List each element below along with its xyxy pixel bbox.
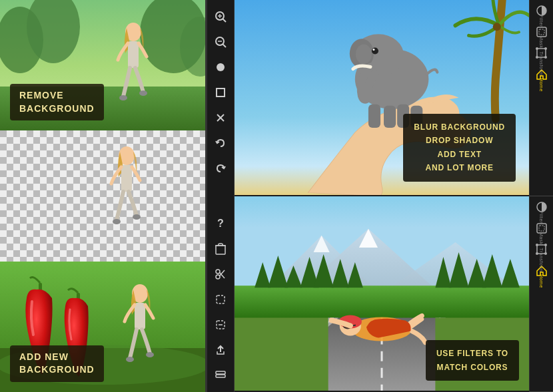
help-button[interactable]: ? [209, 212, 232, 235]
svg-point-63 [372, 47, 378, 54]
svg-rect-52 [216, 375, 225, 377]
right-sidebar-bottom: Filter Mask Transform Home [530, 196, 553, 393]
svg-point-64 [372, 49, 374, 51]
svg-rect-90 [235, 317, 328, 391]
svg-rect-106 [537, 224, 546, 233]
svg-rect-7 [128, 41, 139, 68]
right-sidebar-top: Filter Mask Transform Home [530, 0, 553, 196]
filter-icon-top[interactable]: Filter [532, 4, 552, 24]
svg-point-109 [536, 244, 538, 246]
transparent-background-panel [0, 130, 205, 261]
svg-point-27 [146, 352, 154, 357]
svg-point-110 [544, 244, 547, 246]
zoom-in-button[interactable] [209, 5, 232, 28]
mask-icon-top[interactable]: Mask [532, 25, 552, 45]
zoom-out-button[interactable] [209, 31, 232, 53]
svg-rect-60 [384, 106, 396, 128]
svg-point-26 [126, 357, 134, 362]
svg-rect-25 [135, 303, 145, 329]
redo-button[interactable] [209, 157, 232, 180]
right-area: BLUR BACKGROUND DROP SHADOW ADD TEXT AND… [235, 0, 529, 392]
svg-point-9 [139, 91, 147, 96]
svg-point-103 [536, 56, 538, 59]
filters-label: USE FILTERS TO MATCH COLORS [426, 340, 519, 381]
svg-line-29 [223, 19, 226, 22]
svg-point-18 [133, 214, 141, 220]
add-background-panel: ADD NEW BACKGROUND [0, 262, 205, 392]
svg-point-112 [544, 252, 547, 255]
svg-rect-59 [368, 104, 380, 128]
remove-background-panel: REMOVE BACKGROUND [0, 0, 205, 130]
remove-background-label: REMOVE BACKGROUND [10, 84, 104, 120]
svg-rect-14 [0, 130, 205, 261]
svg-rect-71 [235, 286, 529, 319]
transform-icon-bottom[interactable]: Transform [532, 243, 552, 263]
svg-point-17 [113, 219, 121, 224]
svg-rect-98 [537, 27, 546, 37]
transform-icon-top[interactable]: Transform [532, 47, 552, 67]
svg-rect-51 [216, 371, 225, 374]
filter-icon-bottom[interactable]: Filter [532, 200, 552, 220]
right-sidebar: Filter Mask Transform Home Filter [529, 0, 553, 392]
svg-rect-39 [216, 246, 225, 254]
svg-rect-99 [539, 29, 544, 35]
svg-point-102 [544, 47, 547, 50]
close-button[interactable] [209, 106, 232, 129]
scissors-button[interactable] [209, 263, 232, 286]
undo-button[interactable] [209, 132, 232, 154]
svg-line-33 [223, 44, 226, 47]
svg-point-35 [217, 63, 225, 71]
svg-rect-107 [539, 226, 544, 231]
svg-point-58 [356, 44, 372, 64]
svg-point-8 [119, 95, 127, 100]
cutout-scene [0, 130, 205, 261]
brush-button[interactable] [209, 56, 232, 79]
svg-rect-36 [217, 89, 225, 97]
features-label: BLUR BACKGROUND DROP SHADOW ADD TEXT AND… [403, 114, 516, 182]
share-button[interactable] [209, 339, 232, 361]
elephant-panel: BLUR BACKGROUND DROP SHADOW ADD TEXT AND… [235, 0, 529, 196]
swimmer-panel: USE FILTERS TO MATCH COLORS [235, 196, 529, 393]
svg-rect-48 [217, 295, 225, 303]
crop-button[interactable] [209, 81, 232, 104]
svg-point-54 [493, 23, 501, 31]
left-panel: REMOVE BACKGROUND [0, 0, 207, 392]
select-button[interactable] [209, 288, 232, 311]
svg-point-101 [536, 47, 538, 50]
middle-toolbar: ? [207, 0, 235, 392]
svg-point-104 [544, 56, 547, 59]
add-background-label: ADD NEW BACKGROUND [10, 345, 104, 382]
mask-icon-bottom[interactable]: Mask [532, 222, 552, 242]
deselect-button[interactable] [209, 313, 232, 336]
delete-button[interactable] [209, 238, 232, 260]
layers-button[interactable] [209, 364, 232, 387]
svg-rect-16 [121, 165, 132, 192]
svg-point-111 [536, 252, 538, 255]
